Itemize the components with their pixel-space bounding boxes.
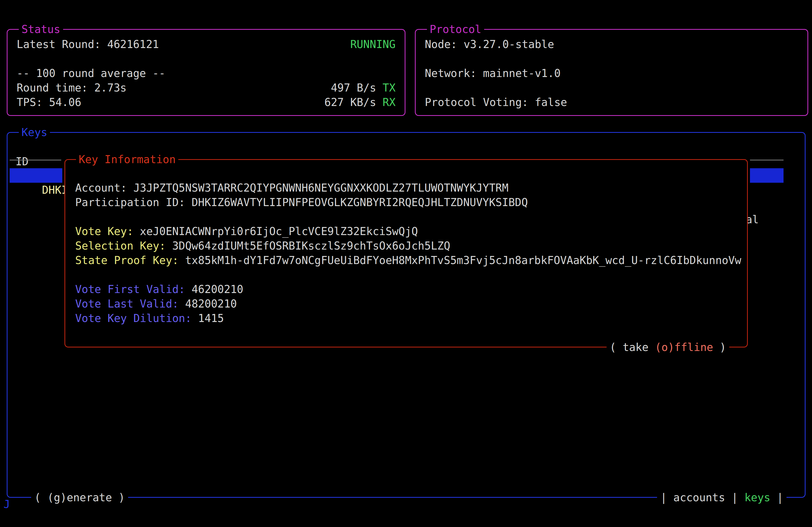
account-address: J3JPZTQ5NSW3TARRC2QIYPGNWNH6NEYGGNXXKODL… [133, 182, 509, 194]
selection-key-value: 3DQw64zdIUMt5EfOSRBIKsczlSz9chTsOx6oJch5… [172, 240, 450, 252]
selected-key-row-right-fragment[interactable] [750, 168, 784, 183]
tx-rate-value: 497 B/s [331, 81, 383, 94]
tab-keys-active[interactable]: keys [744, 491, 770, 504]
offline-button-prefix: ( take [610, 341, 655, 353]
state-proof-key-label: State Proof Key: [75, 254, 185, 267]
key-information-title: Key Information [76, 152, 178, 167]
status-panel: Status Latest Round: 46216121 RUNNING --… [7, 29, 405, 116]
network-name: Network: mainnet-v1.0 [425, 66, 561, 80]
header-separator-left [10, 160, 61, 161]
node-version: Node: v3.27.0-stable [425, 37, 554, 51]
round-time-value: Round time: 2.73s [17, 80, 127, 95]
protocol-panel-title: Protocol [427, 22, 484, 36]
protocol-panel: Protocol Node: v3.27.0-stable Network: m… [415, 29, 808, 116]
offline-button-suffix: ) [713, 341, 726, 353]
offline-hotkey: (o)ffline [655, 341, 713, 353]
terminal-corner-glyph: J [3, 497, 10, 511]
generate-button[interactable]: ( (g)enerate ) [31, 490, 128, 505]
vote-key-dilution-label: Vote Key Dilution: [75, 312, 198, 325]
column-header-id: ID [16, 154, 28, 169]
rx-rate: 627 KB/s RX [324, 95, 395, 109]
vote-first-valid-value: 46200210 [191, 283, 243, 296]
status-panel-title: Status [19, 22, 63, 36]
rx-rate-value: 627 KB/s [324, 96, 383, 108]
vote-last-valid-value: 48200210 [185, 298, 237, 310]
keys-panel-title: Keys [19, 125, 50, 139]
header-separator-right [750, 160, 784, 161]
vote-first-valid-label: Vote First Valid: [75, 283, 191, 296]
vote-last-valid-label: Vote Last Valid: [75, 298, 185, 310]
rx-label: RX [383, 96, 395, 108]
tx-label: TX [383, 81, 395, 94]
vote-key-label: Vote Key: [75, 225, 140, 238]
running-status-badge: RUNNING [350, 37, 395, 51]
tab-accounts[interactable]: | accounts | [660, 491, 744, 504]
vote-key-dilution-value: 1415 [198, 312, 224, 325]
account-label: Account: [75, 182, 133, 194]
view-tabs[interactable]: | accounts | keys | [657, 490, 786, 505]
round-average-header: -- 100 round average -- [17, 66, 165, 80]
selected-key-row[interactable]: DHKIZ6W [10, 168, 62, 183]
key-information-dialog: Key Information Account: J3JPZTQ5NSW3TAR… [64, 159, 748, 347]
take-offline-button[interactable]: ( take (o)ffline ) [607, 340, 729, 355]
vote-key-value: xeJ0ENIACWNrpYi0r6IjOc_PlcVCE9lZ32EkciSw… [140, 225, 418, 238]
selection-key-label: Selection Key: [75, 240, 172, 252]
tabs-suffix: | [770, 491, 783, 504]
protocol-voting: Protocol Voting: false [425, 95, 567, 109]
tx-rate: 497 B/s TX [331, 80, 395, 95]
latest-round-value: Latest Round: 46216121 [17, 37, 159, 51]
participation-id-value: DHKIZ6WAVTYLIIPNFPEOVGLKZGNBYRI2RQEQJHLT… [191, 196, 528, 209]
participation-id-label: Participation ID: [75, 196, 191, 209]
state-proof-key-value: tx85kM1h-dY1Fd7w7oNCgFUeUiBdFYoeH8MxPhTv… [185, 254, 741, 267]
tps-value: TPS: 54.06 [17, 95, 81, 109]
